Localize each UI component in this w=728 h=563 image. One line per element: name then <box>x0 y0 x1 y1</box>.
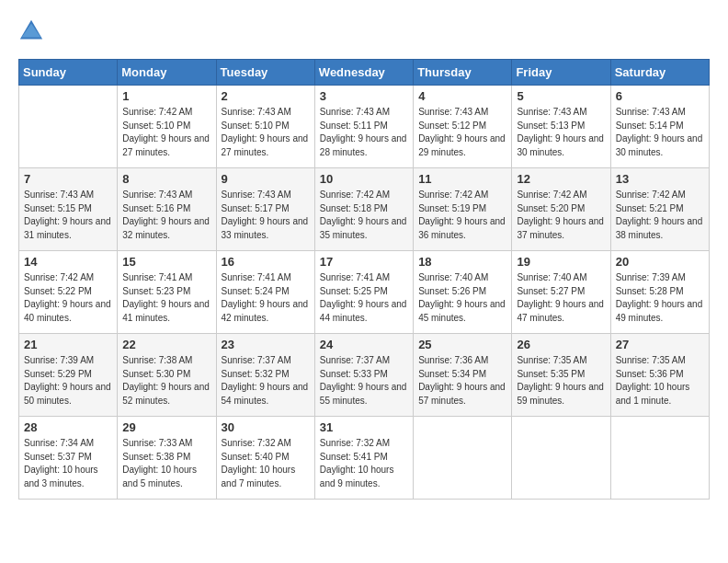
day-number: 16 <box>222 255 310 269</box>
cell-info: Sunrise: 7:43 AMSunset: 5:11 PMDaylight:… <box>320 106 408 159</box>
day-number: 29 <box>122 420 210 434</box>
calendar-cell: 10Sunrise: 7:42 AMSunset: 5:18 PMDayligh… <box>314 168 413 251</box>
day-number: 31 <box>320 420 408 434</box>
cell-info: Sunrise: 7:40 AMSunset: 5:26 PMDaylight:… <box>418 271 506 325</box>
cell-info: Sunrise: 7:43 AMSunset: 5:10 PMDaylight:… <box>222 106 310 159</box>
cell-info: Sunrise: 7:43 AMSunset: 5:13 PMDaylight:… <box>517 106 605 159</box>
calendar-cell: 19Sunrise: 7:40 AMSunset: 5:27 PMDayligh… <box>512 251 610 334</box>
day-number: 1 <box>122 89 210 103</box>
day-number: 5 <box>517 89 605 103</box>
calendar-cell: 28Sunrise: 7:34 AMSunset: 5:37 PMDayligh… <box>19 417 118 500</box>
calendar-cell: 17Sunrise: 7:41 AMSunset: 5:25 PMDayligh… <box>314 251 413 334</box>
calendar-cell: 5Sunrise: 7:43 AMSunset: 5:13 PMDaylight… <box>512 86 610 168</box>
calendar-header: SundayMondayTuesdayWednesdayThursdayFrid… <box>19 60 710 86</box>
calendar-cell: 11Sunrise: 7:42 AMSunset: 5:19 PMDayligh… <box>414 168 512 251</box>
day-number: 18 <box>418 255 506 269</box>
logo <box>18 18 48 44</box>
calendar-cell: 6Sunrise: 7:43 AMSunset: 5:14 PMDaylight… <box>610 86 709 168</box>
calendar-cell: 26Sunrise: 7:35 AMSunset: 5:35 PMDayligh… <box>512 334 610 417</box>
calendar-cell: 30Sunrise: 7:32 AMSunset: 5:40 PMDayligh… <box>216 417 314 500</box>
calendar-cell: 18Sunrise: 7:40 AMSunset: 5:26 PMDayligh… <box>414 251 512 334</box>
calendar-cell <box>512 417 610 500</box>
cell-info: Sunrise: 7:43 AMSunset: 5:15 PMDaylight:… <box>24 189 112 242</box>
calendar-cell: 20Sunrise: 7:39 AMSunset: 5:28 PMDayligh… <box>610 251 709 334</box>
day-number: 4 <box>418 89 506 103</box>
calendar-cell: 8Sunrise: 7:43 AMSunset: 5:16 PMDaylight… <box>118 168 216 251</box>
day-number: 20 <box>616 255 704 269</box>
weekday-header-friday: Friday <box>512 60 610 86</box>
cell-info: Sunrise: 7:42 AMSunset: 5:19 PMDaylight:… <box>418 189 506 242</box>
day-number: 22 <box>122 338 210 351</box>
cell-info: Sunrise: 7:39 AMSunset: 5:28 PMDaylight:… <box>616 271 704 325</box>
calendar-body: 1Sunrise: 7:42 AMSunset: 5:10 PMDaylight… <box>19 86 710 500</box>
calendar-cell: 14Sunrise: 7:42 AMSunset: 5:22 PMDayligh… <box>19 251 118 334</box>
day-number: 23 <box>222 338 310 351</box>
calendar-cell: 3Sunrise: 7:43 AMSunset: 5:11 PMDaylight… <box>314 86 413 168</box>
calendar-cell: 16Sunrise: 7:41 AMSunset: 5:24 PMDayligh… <box>216 251 314 334</box>
calendar-cell: 23Sunrise: 7:37 AMSunset: 5:32 PMDayligh… <box>216 334 314 417</box>
day-number: 13 <box>616 172 704 186</box>
day-number: 7 <box>24 172 112 186</box>
weekday-header-tuesday: Tuesday <box>216 60 314 86</box>
calendar-cell: 2Sunrise: 7:43 AMSunset: 5:10 PMDaylight… <box>216 86 314 168</box>
calendar-cell: 13Sunrise: 7:42 AMSunset: 5:21 PMDayligh… <box>610 168 709 251</box>
day-number: 25 <box>418 338 506 351</box>
calendar-cell <box>19 86 118 168</box>
calendar-cell: 12Sunrise: 7:42 AMSunset: 5:20 PMDayligh… <box>512 168 610 251</box>
day-number: 27 <box>616 338 704 351</box>
day-number: 14 <box>24 255 112 269</box>
cell-info: Sunrise: 7:43 AMSunset: 5:14 PMDaylight:… <box>616 106 704 159</box>
calendar-week-row: 1Sunrise: 7:42 AMSunset: 5:10 PMDaylight… <box>19 86 710 168</box>
day-number: 3 <box>320 89 408 103</box>
calendar-cell: 29Sunrise: 7:33 AMSunset: 5:38 PMDayligh… <box>118 417 216 500</box>
day-number: 6 <box>616 89 704 103</box>
day-number: 17 <box>320 255 408 269</box>
calendar-table: SundayMondayTuesdayWednesdayThursdayFrid… <box>18 59 710 500</box>
day-number: 21 <box>24 338 112 351</box>
calendar-week-row: 14Sunrise: 7:42 AMSunset: 5:22 PMDayligh… <box>19 251 710 334</box>
calendar-cell: 27Sunrise: 7:35 AMSunset: 5:36 PMDayligh… <box>610 334 709 417</box>
weekday-header-sunday: Sunday <box>19 60 118 86</box>
cell-info: Sunrise: 7:42 AMSunset: 5:22 PMDaylight:… <box>24 271 112 325</box>
weekday-header-row: SundayMondayTuesdayWednesdayThursdayFrid… <box>19 60 710 86</box>
day-number: 28 <box>24 420 112 434</box>
day-number: 30 <box>222 420 310 434</box>
calendar-cell: 7Sunrise: 7:43 AMSunset: 5:15 PMDaylight… <box>19 168 118 251</box>
cell-info: Sunrise: 7:42 AMSunset: 5:20 PMDaylight:… <box>517 189 605 242</box>
logo-icon <box>18 18 44 44</box>
calendar-cell: 4Sunrise: 7:43 AMSunset: 5:12 PMDaylight… <box>414 86 512 168</box>
cell-info: Sunrise: 7:35 AMSunset: 5:35 PMDaylight:… <box>517 354 605 408</box>
svg-marker-1 <box>22 24 41 38</box>
cell-info: Sunrise: 7:38 AMSunset: 5:30 PMDaylight:… <box>122 354 210 408</box>
cell-info: Sunrise: 7:41 AMSunset: 5:25 PMDaylight:… <box>320 271 408 325</box>
cell-info: Sunrise: 7:32 AMSunset: 5:41 PMDaylight:… <box>320 437 408 490</box>
cell-info: Sunrise: 7:41 AMSunset: 5:23 PMDaylight:… <box>122 271 210 325</box>
calendar-cell: 31Sunrise: 7:32 AMSunset: 5:41 PMDayligh… <box>314 417 413 500</box>
weekday-header-saturday: Saturday <box>610 60 709 86</box>
calendar-cell: 1Sunrise: 7:42 AMSunset: 5:10 PMDaylight… <box>118 86 216 168</box>
cell-info: Sunrise: 7:37 AMSunset: 5:32 PMDaylight:… <box>222 354 310 408</box>
day-number: 19 <box>517 255 605 269</box>
calendar-cell: 9Sunrise: 7:43 AMSunset: 5:17 PMDaylight… <box>216 168 314 251</box>
cell-info: Sunrise: 7:35 AMSunset: 5:36 PMDaylight:… <box>616 354 704 408</box>
calendar-cell: 25Sunrise: 7:36 AMSunset: 5:34 PMDayligh… <box>414 334 512 417</box>
calendar-week-row: 7Sunrise: 7:43 AMSunset: 5:15 PMDaylight… <box>19 168 710 251</box>
cell-info: Sunrise: 7:33 AMSunset: 5:38 PMDaylight:… <box>122 437 210 490</box>
calendar-cell: 22Sunrise: 7:38 AMSunset: 5:30 PMDayligh… <box>118 334 216 417</box>
calendar-week-row: 21Sunrise: 7:39 AMSunset: 5:29 PMDayligh… <box>19 334 710 417</box>
day-number: 24 <box>320 338 408 351</box>
day-number: 15 <box>122 255 210 269</box>
weekday-header-thursday: Thursday <box>414 60 512 86</box>
day-number: 12 <box>517 172 605 186</box>
cell-info: Sunrise: 7:37 AMSunset: 5:33 PMDaylight:… <box>320 354 408 408</box>
cell-info: Sunrise: 7:36 AMSunset: 5:34 PMDaylight:… <box>418 354 506 408</box>
page-header <box>18 18 710 44</box>
cell-info: Sunrise: 7:42 AMSunset: 5:18 PMDaylight:… <box>320 189 408 242</box>
cell-info: Sunrise: 7:40 AMSunset: 5:27 PMDaylight:… <box>517 271 605 325</box>
cell-info: Sunrise: 7:41 AMSunset: 5:24 PMDaylight:… <box>222 271 310 325</box>
day-number: 10 <box>320 172 408 186</box>
cell-info: Sunrise: 7:42 AMSunset: 5:10 PMDaylight:… <box>122 106 210 159</box>
day-number: 26 <box>517 338 605 351</box>
day-number: 9 <box>222 172 310 186</box>
calendar-week-row: 28Sunrise: 7:34 AMSunset: 5:37 PMDayligh… <box>19 417 710 500</box>
